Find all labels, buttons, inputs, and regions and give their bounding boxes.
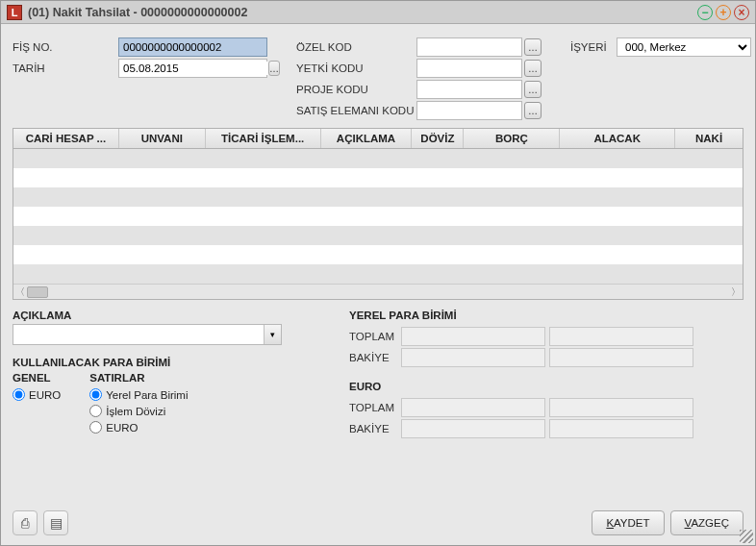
aciklama-input[interactable] (13, 325, 264, 344)
euro-section-label: EURO (349, 381, 743, 392)
col-naki[interactable]: NAKİ (675, 129, 743, 148)
proje-kodu-lookup-icon[interactable]: … (524, 81, 542, 98)
scroll-left-icon[interactable]: 〈 (13, 285, 27, 299)
euro-toplam-2 (549, 398, 693, 417)
euro-bakiye-2 (549, 419, 693, 438)
yerel-toplam-2 (549, 327, 693, 346)
fis-no-input[interactable] (118, 37, 267, 57)
yetki-kodu-lookup-icon[interactable]: … (524, 60, 542, 77)
satis-elemani-input[interactable] (416, 101, 522, 120)
app-icon: L (7, 5, 22, 20)
table-row[interactable] (13, 207, 743, 226)
table-row[interactable] (13, 264, 743, 284)
col-ticari-islem[interactable]: TİCARİ İŞLEM... (206, 129, 321, 148)
transaction-grid[interactable]: CARİ HESAP ... UNVANI TİCARİ İŞLEM... AÇ… (13, 128, 743, 300)
print-button[interactable]: ⎙ (13, 510, 38, 535)
document-button[interactable]: ▤ (43, 510, 68, 535)
aciklama-section-label: AÇIKLAMA (13, 310, 311, 321)
genel-label: GENEL (13, 372, 61, 384)
aciklama-combo[interactable]: ▾ (13, 324, 282, 345)
proje-kodu-input[interactable] (416, 80, 522, 99)
table-row[interactable] (13, 149, 743, 168)
euro-toplam-1 (401, 398, 545, 417)
yerel-bakiye-label: BAKİYE (349, 352, 401, 363)
yerel-toplam-1 (401, 327, 545, 346)
radio-satirlar-yerel[interactable]: Yerel Para Birimi (89, 388, 188, 401)
calendar-icon[interactable]: … (268, 61, 280, 76)
currency-section-label: KULLANILACAK PARA BİRİMİ (13, 357, 311, 368)
cancel-button[interactable]: VAZGEÇ (670, 510, 743, 535)
maximize-button[interactable]: + (716, 5, 731, 20)
euro-bakiye-label: BAKİYE (349, 423, 401, 434)
satirlar-label: SATIRLAR (89, 372, 188, 384)
tarih-field[interactable]: … (118, 59, 267, 78)
yetki-kodu-input[interactable] (416, 59, 522, 78)
window-title: (01) Nakit Tahsilat - 0000000000000002 (28, 6, 697, 19)
document-icon: ▤ (50, 515, 63, 531)
yetki-kodu-label: YETKİ KODU (296, 62, 416, 74)
table-row[interactable] (13, 226, 743, 245)
col-unvani[interactable]: UNVANI (119, 129, 206, 148)
scroll-thumb[interactable] (27, 286, 48, 298)
tarih-input[interactable] (119, 62, 268, 75)
horizontal-scrollbar[interactable]: 〈 〉 (13, 284, 743, 299)
radio-genel-euro[interactable]: EURO (13, 388, 61, 401)
euro-toplam-label: TOPLAM (349, 402, 401, 413)
ozel-kod-label: ÖZEL KOD (296, 41, 416, 53)
col-aciklama[interactable]: AÇIKLAMA (321, 129, 413, 148)
satis-elemani-lookup-icon[interactable]: … (524, 102, 542, 119)
yerel-bakiye-2 (549, 348, 693, 367)
satis-elemani-label: SATIŞ ELEMANI KODU (296, 105, 416, 116)
resize-handle[interactable] (740, 530, 753, 543)
isyeri-select[interactable]: 000, Merkez (617, 37, 751, 57)
window: L (01) Nakit Tahsilat - 0000000000000002… (0, 0, 756, 546)
grid-body[interactable] (13, 149, 743, 284)
print-icon: ⎙ (21, 515, 29, 531)
ozel-kod-lookup-icon[interactable]: … (524, 38, 542, 56)
proje-kodu-label: PROJE KODU (296, 84, 416, 95)
close-button[interactable]: × (734, 5, 749, 20)
table-row[interactable] (13, 245, 743, 264)
radio-satirlar-islem[interactable]: İşlem Dövizi (89, 405, 188, 417)
chevron-down-icon[interactable]: ▾ (264, 325, 281, 344)
col-alacak[interactable]: ALACAK (560, 129, 675, 148)
tarih-label: TARİH (13, 62, 118, 74)
table-row[interactable] (13, 187, 743, 207)
fis-no-label: FİŞ NO. (13, 41, 118, 53)
table-row[interactable] (13, 168, 743, 187)
col-doviz[interactable]: DÖVİZ (412, 129, 464, 148)
yerel-toplam-label: TOPLAM (349, 331, 401, 342)
scroll-right-icon[interactable]: 〉 (729, 285, 743, 299)
titlebar[interactable]: L (01) Nakit Tahsilat - 0000000000000002… (1, 1, 755, 24)
radio-satirlar-euro[interactable]: EURO (89, 421, 188, 434)
euro-bakiye-1 (401, 419, 545, 438)
col-borc[interactable]: BORÇ (464, 129, 560, 148)
save-button[interactable]: KAYDET (592, 510, 664, 535)
ozel-kod-input[interactable] (416, 37, 522, 57)
yerel-bakiye-1 (401, 348, 545, 367)
col-cari-hesap[interactable]: CARİ HESAP ... (13, 129, 119, 148)
minimize-button[interactable]: − (697, 5, 713, 20)
yerel-section-label: YEREL PARA BİRİMİ (349, 310, 743, 321)
isyeri-label: İŞYERİ (570, 41, 617, 53)
